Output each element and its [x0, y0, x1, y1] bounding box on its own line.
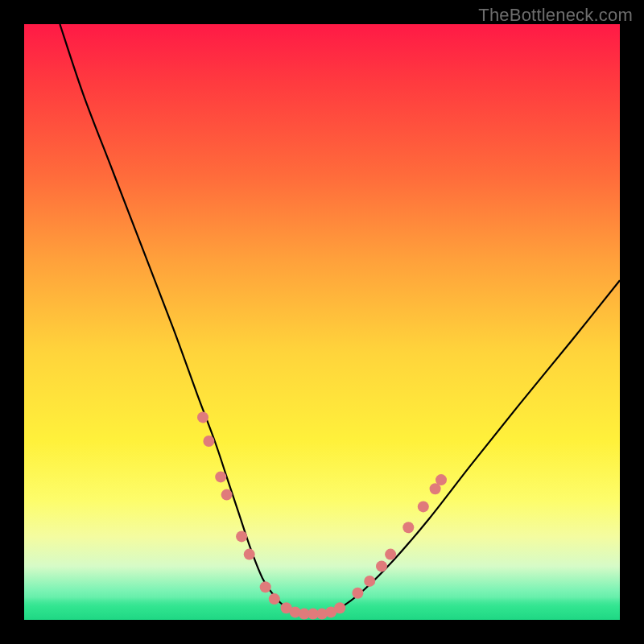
highlight-dot — [244, 549, 255, 560]
highlight-dot — [203, 436, 214, 447]
highlight-dot — [436, 474, 447, 485]
highlight-dot — [197, 411, 208, 423]
plot-area — [24, 24, 620, 620]
bottleneck-curve — [60, 24, 620, 614]
highlight-dots — [197, 411, 447, 619]
chart-root: TheBottleneck.com — [0, 0, 644, 644]
highlight-dot — [334, 602, 345, 613]
highlight-dot — [215, 471, 226, 482]
highlight-dot — [376, 560, 387, 572]
highlight-dot — [221, 489, 233, 501]
highlight-dot — [352, 588, 363, 599]
highlight-dot — [402, 522, 414, 533]
highlight-dot — [236, 530, 247, 542]
curve-layer — [24, 24, 620, 620]
highlight-dot — [269, 593, 280, 605]
highlight-dot — [385, 549, 396, 560]
curve-line — [60, 24, 620, 614]
highlight-dot — [418, 501, 429, 512]
highlight-dot — [260, 581, 271, 592]
watermark-text: TheBottleneck.com — [478, 5, 633, 26]
highlight-dot — [364, 576, 375, 587]
